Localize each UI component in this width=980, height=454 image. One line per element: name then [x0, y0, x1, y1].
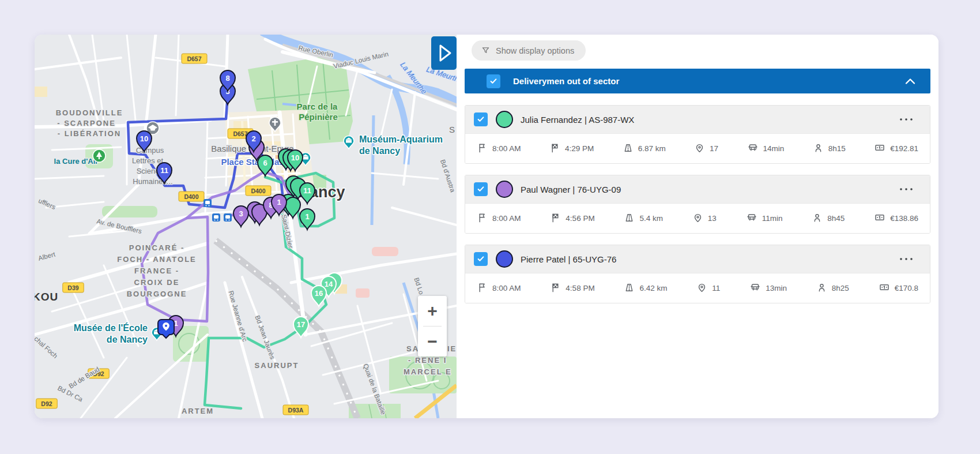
stat-flag-start: 8:00 AM — [477, 282, 521, 295]
stat-pin: 11 — [696, 282, 720, 295]
deliveryman-card: Julia Fernandez | AS-987-WX8:00 AM4:29 P… — [465, 105, 930, 164]
stat-value: 17 — [710, 144, 718, 153]
stat-person: 8h15 — [813, 142, 846, 155]
deliverymen-panel: Show display options Deliverymen out of … — [457, 35, 938, 418]
tree-poi-icon — [93, 149, 105, 162]
stat-value: 13min — [766, 284, 787, 292]
stat-pin: 13 — [692, 212, 717, 225]
deliveryman-header[interactable]: Pierre Patel | 65-UYG-76 — [465, 245, 930, 273]
stat-value: 8:00 AM — [492, 214, 521, 223]
stat-value: 4:58 PM — [566, 284, 594, 292]
deliveryman-card: Paul Wagner | 76-UYG-098:00 AM4:56 PM5.4… — [465, 175, 930, 234]
road-badge: D92 — [36, 399, 58, 408]
svg-text:D93A: D93A — [288, 407, 304, 414]
ellipsis-icon — [899, 187, 914, 191]
vehicle-icon — [746, 212, 757, 225]
road-badge: D400 — [246, 186, 271, 196]
map-zoom-control: + − — [418, 296, 447, 357]
chevron-up-icon[interactable] — [904, 77, 917, 85]
avatar — [496, 250, 513, 268]
stat-banknote: €138.86 — [874, 212, 918, 225]
vehicle-icon — [749, 282, 761, 295]
map-label: BOURGOGNE — [127, 290, 187, 298]
stat-flag-start: 8:00 AM — [477, 212, 521, 225]
check-icon — [476, 185, 485, 194]
svg-text:16: 16 — [315, 289, 323, 298]
vehicle-icon — [747, 142, 759, 155]
stat-road: 6.87 km — [623, 142, 666, 155]
deliveryman-stats: 8:00 AM4:29 PM6.87 km1714min8h15€192.81 — [465, 133, 930, 163]
zoom-in-button[interactable]: + — [418, 297, 447, 325]
deliveryman-header[interactable]: Paul Wagner | 76-UYG-09 — [465, 175, 930, 203]
avatar — [496, 111, 513, 128]
deliveryman-name: Paul Wagner | 76-UYG-09 — [521, 185, 898, 194]
person-icon — [812, 212, 823, 225]
deliveryman-header[interactable]: Julia Fernandez | AS-987-WX — [465, 106, 930, 133]
svg-text:D92: D92 — [41, 400, 52, 407]
group-checkbox[interactable] — [487, 74, 500, 88]
svg-text:14: 14 — [325, 280, 333, 288]
show-display-options-button[interactable]: Show display options — [472, 40, 586, 61]
stat-value: 5.4 km — [639, 214, 663, 223]
map-label: MARCEL E — [404, 367, 452, 376]
deliveryman-checkbox[interactable] — [474, 182, 488, 196]
more-options-button[interactable] — [898, 255, 915, 263]
zoom-divider — [423, 326, 442, 327]
stat-flag-finish: 4:29 PM — [549, 142, 594, 155]
more-options-button[interactable] — [898, 185, 915, 193]
group-header[interactable]: Deliverymen out of sector — [465, 69, 930, 93]
stat-flag-finish: 4:56 PM — [550, 212, 594, 225]
deliveryman-card: Pierre Patel | 65-UYG-768:00 AM4:58 PM6.… — [465, 245, 930, 303]
check-icon — [476, 254, 485, 264]
stat-value: 8h45 — [827, 214, 845, 223]
deliveryman-stats: 8:00 AM4:58 PM6.42 km1113min8h25€170.8 — [465, 273, 930, 303]
map-label: Parc de la — [297, 102, 338, 111]
flag-start-icon — [477, 142, 488, 155]
stat-person: 8h25 — [816, 282, 849, 295]
stat-value: €138.86 — [890, 214, 918, 223]
stat-value: 13 — [708, 214, 717, 223]
deliveryman-checkbox[interactable] — [474, 252, 488, 266]
svg-text:10: 10 — [140, 134, 148, 143]
road-badge: D400 — [179, 192, 204, 201]
deliveryman-checkbox[interactable] — [474, 112, 488, 126]
stat-value: 8:00 AM — [492, 144, 521, 153]
check-icon — [476, 115, 485, 124]
svg-text:10: 10 — [291, 153, 299, 162]
banknote-icon — [874, 142, 885, 155]
map-label: POINCARÉ - — [129, 243, 185, 252]
svg-text:11: 11 — [160, 166, 168, 175]
map-label: CROIX DE — [134, 278, 180, 287]
road-badge: D93A — [283, 405, 308, 415]
panel-expand-button[interactable] — [431, 36, 457, 70]
banknote-icon — [874, 212, 885, 225]
map-label: ARTEM — [182, 407, 214, 415]
deliveryman-name: Pierre Patel | 65-UYG-76 — [521, 254, 898, 264]
pin-icon — [694, 142, 705, 155]
stat-value: 11 — [712, 284, 720, 292]
deliveryman-name: Julia Fernandez | AS-987-WX — [521, 115, 898, 125]
map-label: KOU — [35, 291, 58, 303]
map-canvas[interactable]: D657D657D400D400D39D92D92D93A BOUDONVILL… — [35, 35, 457, 418]
road-badge: D39 — [63, 283, 84, 292]
pin-icon — [692, 212, 703, 225]
transit-station-icon — [212, 213, 220, 222]
svg-text:8: 8 — [225, 74, 229, 82]
map-label: Musée de l'École — [74, 322, 148, 333]
more-options-button[interactable] — [898, 115, 915, 123]
svg-text:D400: D400 — [184, 193, 198, 200]
map-label: de Nancy — [359, 146, 400, 156]
stat-road: 5.4 km — [624, 212, 663, 225]
map-terrain — [35, 35, 457, 418]
map-label: la Cure d'Air — [54, 157, 99, 166]
stat-vehicle: 14min — [747, 142, 785, 155]
stat-value: 4:29 PM — [565, 144, 594, 153]
transit-station-icon — [224, 213, 232, 222]
flag-start-icon — [477, 212, 488, 225]
zoom-out-button[interactable]: − — [418, 327, 447, 356]
map-label: - LIBÉRATION — [58, 129, 121, 138]
ellipsis-icon — [899, 257, 914, 261]
check-icon — [489, 77, 498, 86]
svg-text:1: 1 — [277, 198, 281, 207]
stat-value: 8:00 AM — [492, 284, 521, 292]
